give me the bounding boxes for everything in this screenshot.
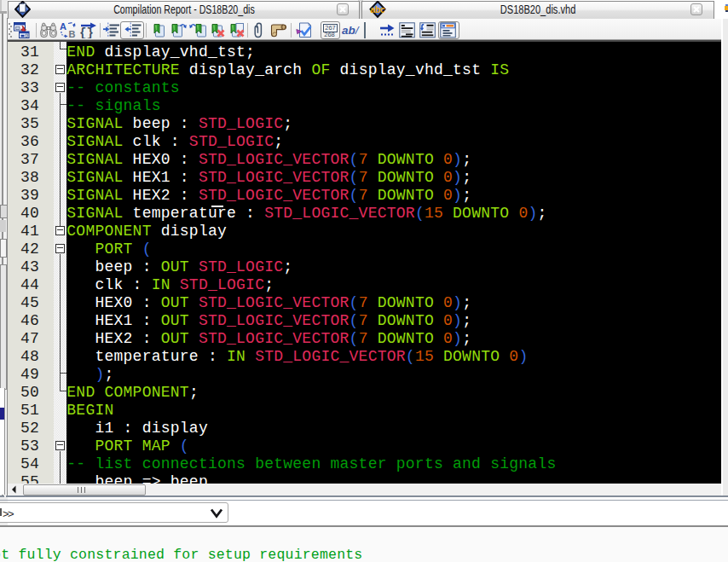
svg-text:A: A — [60, 21, 66, 32]
svg-text:B: B — [69, 29, 76, 38]
svg-text:{}: {} — [79, 26, 94, 38]
svg-text:abc: abc — [370, 5, 385, 14]
